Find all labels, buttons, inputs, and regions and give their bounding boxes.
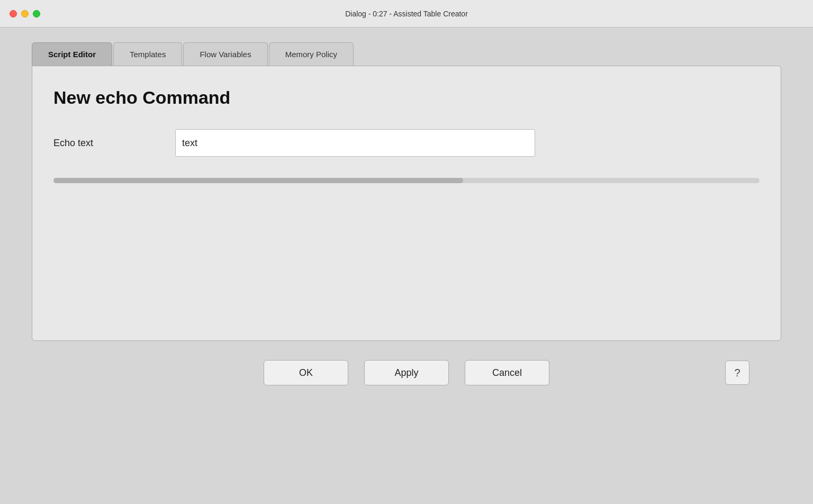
tab-container: Script Editor Templates Flow Variables M…: [32, 42, 781, 341]
window-title: Dialog - 0:27 - Assisted Table Creator: [345, 10, 468, 18]
dialog-body: Script Editor Templates Flow Variables M…: [0, 28, 813, 504]
echo-text-label: Echo text: [53, 138, 159, 149]
tab-flow-variables[interactable]: Flow Variables: [183, 42, 267, 66]
maximize-button[interactable]: [33, 10, 40, 17]
footer: OK Apply Cancel ?: [32, 341, 781, 396]
tab-script-editor[interactable]: Script Editor: [32, 42, 112, 66]
scrollbar-area: [53, 167, 760, 183]
echo-text-input[interactable]: [175, 129, 535, 157]
tab-templates[interactable]: Templates: [113, 42, 182, 66]
apply-button[interactable]: Apply: [364, 360, 449, 385]
scrollbar-track[interactable]: [53, 178, 760, 183]
minimize-button[interactable]: [21, 10, 29, 17]
traffic-lights: [10, 10, 40, 17]
tab-memory-policy[interactable]: Memory Policy: [269, 42, 354, 66]
ok-button[interactable]: OK: [264, 360, 348, 385]
help-icon: ?: [734, 367, 740, 379]
form-row: Echo text: [53, 129, 760, 157]
scrollbar-thumb[interactable]: [53, 178, 463, 183]
title-bar: Dialog - 0:27 - Assisted Table Creator: [0, 0, 813, 28]
help-button[interactable]: ?: [725, 361, 749, 385]
cancel-button[interactable]: Cancel: [465, 360, 549, 385]
tab-bar: Script Editor Templates Flow Variables M…: [32, 42, 781, 66]
close-button[interactable]: [10, 10, 17, 17]
content-panel: New echo Command Echo text: [32, 66, 781, 341]
command-title: New echo Command: [53, 87, 760, 108]
